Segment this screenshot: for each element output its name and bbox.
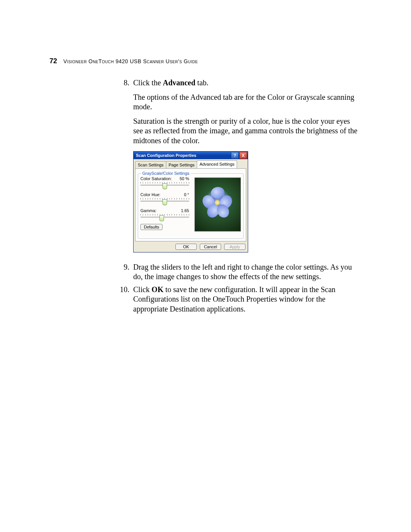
saturation-row: Color Saturation: 50 % (140, 176, 189, 188)
dialog-button-row: OK Cancel Apply (135, 244, 246, 250)
gamma-slider[interactable] (140, 214, 189, 220)
grayscale-color-group: GrayScale/Color Settings Color Saturatio… (138, 173, 244, 239)
step-9-text: Drag the sliders to the left and right t… (133, 262, 362, 282)
step-10-text: Click OK to save the new configuration. … (133, 285, 362, 314)
document-title: Visioneer OneTouch 9420 USB Scanner User… (63, 58, 198, 64)
gamma-row: Gamma: 1.65 (140, 208, 189, 220)
tab-page-settings[interactable]: Page Settings (166, 161, 198, 168)
dialog-titlebar[interactable]: Scan Configuration Properties ? X (134, 152, 248, 159)
advanced-tab-panel: GrayScale/Color Settings Color Saturatio… (135, 168, 246, 241)
content-area: 8. Click the Advanced tab. The options o… (118, 78, 362, 317)
step-number: 10. (118, 285, 129, 314)
hue-row: Color Hue: 0 ° (140, 192, 189, 204)
saturation-thumb[interactable] (162, 183, 167, 189)
step-number: 9. (118, 262, 129, 282)
gamma-thumb[interactable] (159, 215, 164, 221)
step-8-para2: The options of the Advanced tab are for … (133, 93, 362, 112)
tab-advanced-settings[interactable]: Advanced Settings (197, 160, 237, 168)
cancel-button[interactable]: Cancel (200, 244, 221, 250)
apply-button[interactable]: Apply (224, 244, 245, 250)
dialog-title: Scan Configuration Properties (136, 153, 230, 158)
tab-scan-settings[interactable]: Scan Settings (135, 161, 166, 168)
group-label: GrayScale/Color Settings (141, 171, 191, 176)
step-8-para3: Saturation is the strength or purity of … (133, 117, 362, 146)
scan-config-dialog: Scan Configuration Properties ? X Scan S… (133, 151, 248, 252)
ok-button[interactable]: OK (175, 244, 197, 250)
close-button[interactable]: X (239, 152, 247, 159)
page-number: 72 (49, 57, 57, 65)
step-9: 9. Drag the sliders to the left and righ… (118, 262, 362, 282)
hue-slider[interactable] (140, 198, 189, 204)
saturation-value: 50 % (180, 176, 189, 181)
gamma-value: 1.65 (181, 208, 189, 213)
step-number: 8. (118, 78, 129, 259)
hue-label: Color Hue: (140, 192, 161, 197)
saturation-label: Color Saturation: (140, 176, 172, 181)
page-header: 72 Visioneer OneTouch 9420 USB Scanner U… (49, 57, 362, 65)
step-8-line1: Click the Advanced tab. (133, 78, 362, 88)
step-10: 10. Click OK to save the new configurati… (118, 285, 362, 314)
gamma-label: Gamma: (140, 208, 156, 213)
tab-strip: Scan Settings Page Settings Advanced Set… (135, 161, 246, 168)
step-8: 8. Click the Advanced tab. The options o… (118, 78, 362, 259)
saturation-slider[interactable] (140, 182, 189, 188)
hue-thumb[interactable] (162, 199, 167, 205)
help-button[interactable]: ? (231, 152, 239, 159)
hue-value: 0 ° (184, 192, 189, 197)
defaults-button[interactable]: Defaults (140, 224, 162, 230)
preview-image (194, 177, 241, 232)
